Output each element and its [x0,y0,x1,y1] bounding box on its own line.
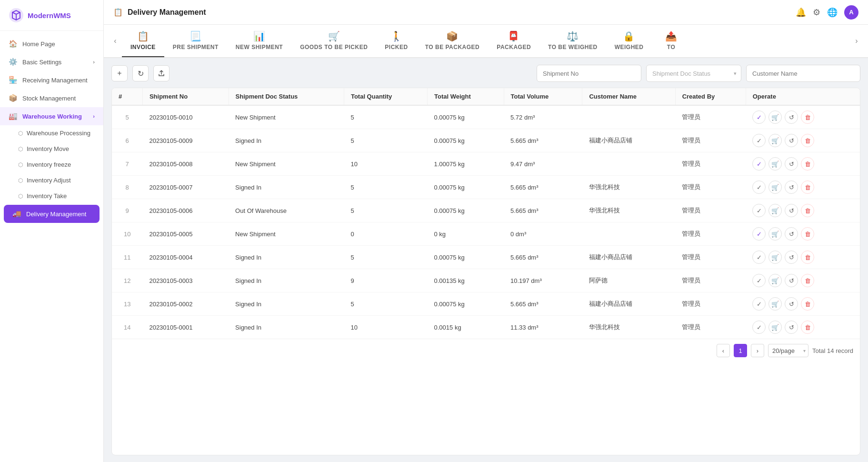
tab-picked-label: PICKED [385,44,408,50]
avatar[interactable]: A [844,5,858,20]
cell-operate: ✓ 🛒 ↺ 🗑 [746,129,860,152]
page-title: Delivery Management [128,8,206,17]
undo-button[interactable]: ↺ [785,157,798,171]
detail-button[interactable]: ✓ [752,297,766,311]
pick-button[interactable]: 🛒 [768,251,782,264]
tab-pre-shipment-label: PRE SHIPMENT [173,44,219,50]
cell-total-volume: 5.665 dm³ [504,246,582,269]
sidebar-item-home[interactable]: 🏠 Home Page [0,35,103,53]
cell-doc-status: Signed In [229,176,344,199]
pick-button[interactable]: 🛒 [768,204,782,217]
col-total-qty: Total Quantity [344,88,427,105]
cell-total-weight: 0.00135 kg [428,269,504,292]
tab-prev-button[interactable]: ‹ [109,25,122,57]
pick-button[interactable]: 🛒 [768,227,782,241]
tab-picked[interactable]: 🚶 PICKED [376,25,416,57]
undo-button[interactable]: ↺ [785,297,798,311]
delete-button[interactable]: 🗑 [801,204,814,217]
sidebar-item-stock[interactable]: 📦 Stock Management [0,89,103,107]
tab-to-be-packaged[interactable]: 📦 TO BE PACKAGED [417,25,489,57]
refresh-button[interactable]: ↻ [132,65,149,81]
tab-to-be-weighed[interactable]: ⚖️ TO BE WEIGHED [539,25,606,57]
sidebar-item-inventory-adjust[interactable]: ⬡ Inventory Adjust [0,172,103,188]
sidebar-item-inventory-freeze[interactable]: ⬡ Inventory freeze [0,157,103,172]
cell-total-qty: 0 [344,222,427,246]
tab-goods-to-be-picked[interactable]: 🛒 GOODS TO BE PICKED [291,25,376,57]
detail-button[interactable]: ✓ [752,181,766,194]
pick-button[interactable]: 🛒 [768,321,782,334]
undo-button[interactable]: ↺ [785,110,798,124]
pick-button[interactable]: 🛒 [768,181,782,194]
delete-button[interactable]: 🗑 [801,297,814,311]
detail-button[interactable]: ✓ [752,227,766,241]
sidebar-item-receiving[interactable]: 🏪 Receiving Management [0,71,103,89]
notification-icon[interactable]: 🔔 [796,7,806,18]
delete-button[interactable]: 🗑 [801,134,814,147]
detail-button[interactable]: ✓ [752,157,766,171]
home-icon: 🏠 [9,40,18,48]
detail-button[interactable]: ✓ [752,251,766,264]
undo-button[interactable]: ↺ [785,204,798,217]
detail-button[interactable]: ✓ [752,204,766,217]
pick-button[interactable]: 🛒 [768,274,782,287]
detail-button[interactable]: ✓ [752,274,766,287]
github-icon[interactable]: ⚙ [813,7,820,18]
detail-button[interactable]: ✓ [752,134,766,147]
pick-button[interactable]: 🛒 [768,110,782,124]
delete-button[interactable]: 🗑 [801,274,814,287]
tab-invoice[interactable]: 📋 INVOICE [122,25,164,57]
cell-total-weight: 0.00075 kg [428,246,504,269]
delete-button[interactable]: 🗑 [801,227,814,241]
cell-doc-status: New Shipment [229,222,344,246]
sidebar-item-delivery[interactable]: 🚚 Delivery Management [4,205,100,223]
undo-button[interactable]: ↺ [785,181,798,194]
sidebar-item-basic-settings[interactable]: ⚙️ Basic Settings › [0,53,103,71]
col-shipment-no: Shipment No [142,88,229,105]
sidebar-item-warehouse-processing[interactable]: ⬡ Warehouse Processing [0,125,103,141]
toolbar: + ↻ Shipment Doc Status New Shipment Sig… [111,65,860,82]
undo-button[interactable]: ↺ [785,274,798,287]
customer-name-input[interactable] [746,65,860,82]
sidebar-item-inventory-move[interactable]: ⬡ Inventory Move [0,141,103,157]
undo-button[interactable]: ↺ [785,321,798,334]
inventory-freeze-icon: ⬡ [18,161,23,168]
cell-total-volume: 11.33 dm³ [504,316,582,339]
sidebar-item-stock-label: Stock Management [22,95,76,102]
tab-weighed[interactable]: 🔒 WEIGHED [606,25,652,57]
cell-total-weight: 0.00075 kg [428,105,504,129]
cell-total-qty: 5 [344,105,427,129]
detail-button[interactable]: ✓ [752,321,766,334]
tab-new-shipment[interactable]: 📊 NEW SHIPMENT [227,25,291,57]
delete-button[interactable]: 🗑 [801,110,814,124]
detail-button[interactable]: ✓ [752,110,766,124]
pick-button[interactable]: 🛒 [768,297,782,311]
col-doc-status: Shipment Doc Status [229,88,344,105]
tab-packaged[interactable]: 📮 PACKAGED [488,25,539,57]
cell-customer-name: 华强北科技 [582,316,675,339]
export-button[interactable] [153,65,170,81]
undo-button[interactable]: ↺ [785,251,798,264]
sidebar-item-inventory-take[interactable]: ⬡ Inventory Take [0,188,103,204]
page-prev-button[interactable]: ‹ [717,344,730,357]
sidebar-item-warehouse-working[interactable]: 🏭 Warehouse Working › [0,107,103,125]
page-1-button[interactable]: 1 [734,344,747,357]
delete-button[interactable]: 🗑 [801,321,814,334]
globe-icon[interactable]: 🌐 [827,7,838,18]
delete-button[interactable]: 🗑 [801,157,814,171]
delete-button[interactable]: 🗑 [801,181,814,194]
action-buttons: ✓ 🛒 ↺ 🗑 [752,274,853,287]
tab-to[interactable]: 📤 TO [652,25,690,57]
tab-pre-shipment[interactable]: 📃 PRE SHIPMENT [164,25,227,57]
page-size-select[interactable]: 20/page 50/page 100/page [768,344,808,357]
undo-button[interactable]: ↺ [785,134,798,147]
tab-next-button[interactable]: › [850,25,863,57]
pick-button[interactable]: 🛒 [768,134,782,147]
pick-button[interactable]: 🛒 [768,157,782,171]
add-button[interactable]: + [111,65,128,81]
undo-button[interactable]: ↺ [785,227,798,241]
shipment-no-input[interactable] [537,65,641,82]
tab-new-shipment-label: NEW SHIPMENT [236,44,283,50]
page-next-button[interactable]: › [751,344,764,357]
doc-status-select[interactable]: Shipment Doc Status New Shipment Signed … [646,65,741,82]
delete-button[interactable]: 🗑 [801,251,814,264]
